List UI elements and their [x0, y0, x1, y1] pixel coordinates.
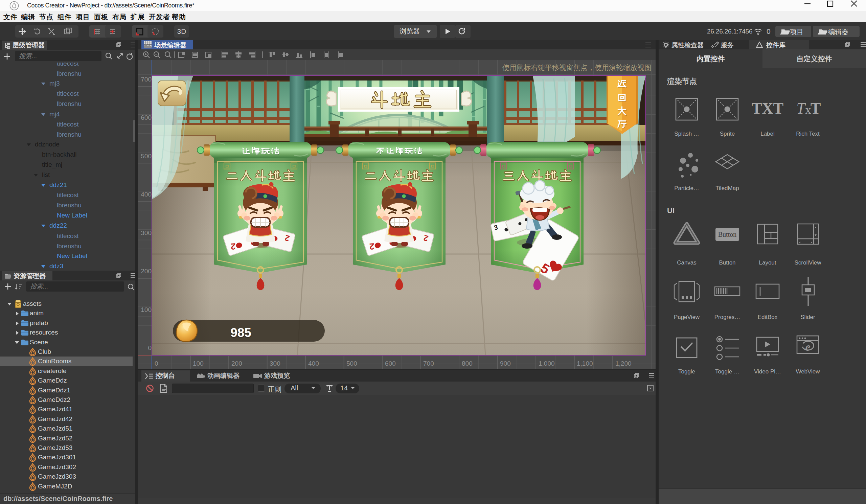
svg-text:500: 500 [141, 153, 152, 160]
svg-text:1,000: 1,000 [539, 360, 555, 367]
svg-text:0: 0 [148, 344, 152, 351]
svg-text:e: e [805, 340, 810, 353]
svg-text:600: 600 [385, 360, 396, 367]
svg-text:100: 100 [193, 360, 204, 367]
svg-text:Button: Button [718, 231, 736, 238]
svg-text:200: 200 [141, 268, 152, 275]
svg-text:T: T [796, 100, 806, 117]
svg-text:300: 300 [270, 360, 280, 367]
svg-text:800: 800 [462, 360, 473, 367]
svg-text:0: 0 [155, 360, 158, 367]
svg-text:700: 700 [423, 360, 434, 367]
svg-text:600: 600 [141, 114, 152, 121]
svg-text:500: 500 [346, 360, 357, 367]
svg-text:200: 200 [231, 360, 242, 367]
svg-text:TXT: TXT [752, 100, 784, 117]
svg-text:1,100: 1,100 [577, 360, 593, 367]
svg-text:900: 900 [500, 360, 511, 367]
svg-text:300: 300 [141, 229, 152, 236]
svg-text:700: 700 [141, 76, 152, 83]
svg-text:T: T [811, 100, 821, 117]
svg-text:400: 400 [308, 360, 319, 367]
svg-text:100: 100 [141, 306, 152, 313]
svg-text:1,200: 1,200 [615, 360, 632, 367]
svg-text:400: 400 [141, 191, 152, 198]
